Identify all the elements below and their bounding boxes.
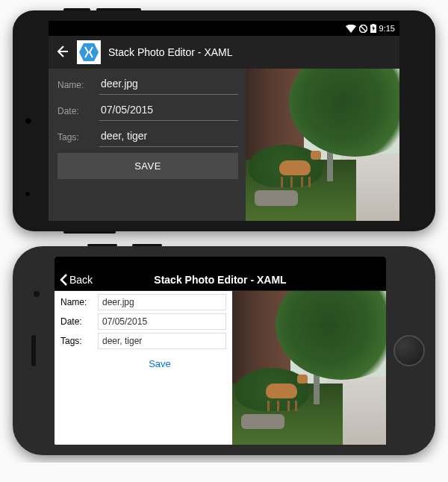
chevron-left-icon	[59, 273, 68, 287]
android-content: Name: Date: Tags: SAVE	[49, 69, 399, 221]
android-form: Name: Date: Tags: SAVE	[49, 69, 246, 221]
status-clock: 9:15	[379, 24, 395, 33]
name-input[interactable]	[99, 75, 238, 95]
save-button[interactable]: Save	[93, 358, 226, 369]
hw-button	[63, 8, 90, 10]
date-input[interactable]	[98, 313, 226, 330]
android-nav-bar	[435, 10, 448, 231]
hw-button	[96, 8, 141, 10]
page-title: Stack Photo Editor - XAML	[55, 274, 386, 286]
app-title: Stack Photo Editor - XAML	[108, 46, 233, 58]
back-label: Back	[69, 274, 93, 286]
tags-label: Tags:	[57, 132, 93, 143]
ios-form: Name: Date: Tags: Save	[55, 291, 232, 445]
photo-preview	[232, 291, 386, 445]
tags-label: Tags:	[60, 336, 93, 346]
tags-input[interactable]	[98, 333, 226, 349]
ios-nav-bar: Back Stack Photo Editor - XAML	[55, 269, 386, 291]
name-label: Name:	[57, 80, 93, 90]
deer-photo	[232, 291, 386, 445]
photo-preview	[246, 69, 399, 221]
front-sensor	[25, 191, 31, 197]
ios-content: Name: Date: Tags: Save	[55, 291, 386, 445]
android-status-bar: 9:15	[49, 21, 399, 36]
front-sensor	[25, 117, 32, 125]
speaker-grille	[31, 335, 36, 366]
xamarin-logo-icon	[77, 40, 101, 64]
battery-icon	[370, 24, 376, 33]
date-input[interactable]	[99, 101, 238, 121]
home-button[interactable]	[393, 335, 425, 366]
android-app-bar: Stack Photo Editor - XAML	[49, 36, 399, 69]
svg-rect-3	[372, 24, 374, 25]
deer-photo	[246, 69, 399, 221]
ios-phone-frame: Back Stack Photo Editor - XAML Name: Dat…	[13, 246, 435, 455]
name-label: Name:	[60, 297, 93, 307]
tags-input[interactable]	[99, 127, 238, 147]
front-camera	[34, 291, 40, 297]
svg-line-1	[361, 26, 366, 31]
ios-screen: Back Stack Photo Editor - XAML Name: Dat…	[55, 257, 386, 445]
back-button[interactable]: Back	[59, 273, 93, 287]
android-screen: 9:15 Stack Photo Editor - XAML Name:	[49, 21, 399, 221]
date-label: Date:	[57, 106, 93, 116]
hw-button	[132, 244, 162, 246]
save-button[interactable]: SAVE	[57, 153, 238, 179]
ios-status-bar	[55, 257, 386, 269]
hw-button	[87, 244, 117, 246]
do-not-disturb-icon	[359, 25, 367, 33]
android-phone-frame: 9:15 Stack Photo Editor - XAML Name:	[13, 10, 435, 231]
back-arrow-icon[interactable]	[55, 44, 69, 61]
wifi-icon	[346, 25, 356, 33]
name-input[interactable]	[98, 294, 226, 310]
date-label: Date:	[60, 316, 93, 327]
hw-button	[63, 231, 116, 234]
